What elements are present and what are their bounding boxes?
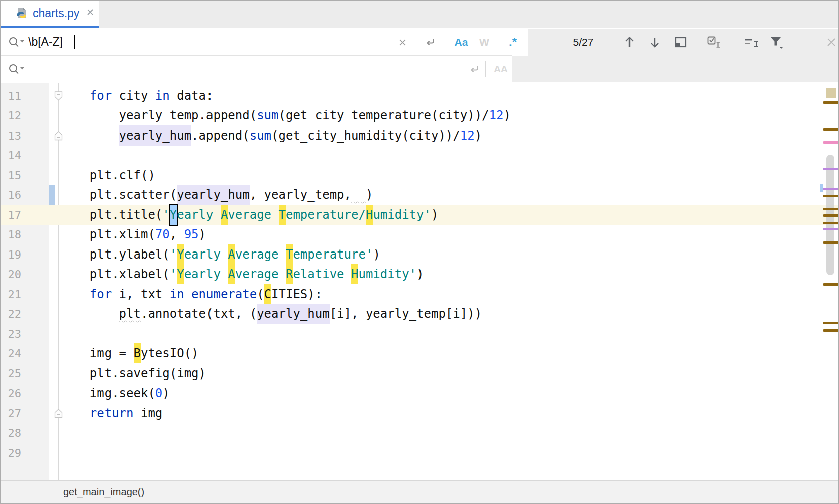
line-number[interactable]: 23 — [1, 324, 21, 344]
tab-label: charts.py — [33, 7, 79, 20]
replace-history-icon[interactable] — [7, 61, 27, 77]
line-number[interactable]: 22 — [1, 304, 21, 324]
search-input[interactable]: \b[A-Z] — [28, 29, 63, 55]
line-number[interactable]: 20 — [1, 265, 21, 285]
stripe-mark[interactable] — [823, 214, 838, 217]
select-all-occurrences-icon[interactable] — [706, 35, 724, 50]
search-options-divider — [444, 34, 444, 50]
code-line: yearly_hum.append(sum(get_city_humidity(… — [61, 126, 482, 146]
stripe-mark[interactable] — [823, 168, 838, 170]
stripe-mark[interactable] — [823, 241, 838, 244]
next-occurrence-icon[interactable] — [648, 35, 662, 49]
search-history-icon[interactable] — [7, 34, 27, 50]
tab-charts-py[interactable]: charts.py — [1, 1, 99, 26]
editor-tab-bar: charts.py — [1, 1, 838, 28]
code-line: plt.xlabel('Yearly Average Relative Humi… — [61, 265, 424, 285]
tabbar-divider — [1, 28, 838, 28]
field-row-divider — [1, 55, 512, 56]
code-line: plt.ylabel('Yearly Average Temperature') — [61, 245, 380, 265]
multiline-search-icon[interactable] — [743, 36, 760, 50]
code-line: for i, txt in enumerate(CITIES): — [61, 285, 322, 305]
code-line: plt.clf() — [61, 166, 155, 186]
stripe-mark[interactable] — [823, 329, 838, 332]
previous-occurrence-icon[interactable] — [622, 35, 637, 49]
stripe-mark[interactable] — [823, 322, 838, 324]
code-line: plt.annotate(txt, (yearly_hum[i], yearly… — [61, 304, 482, 324]
match-count: 5/27 — [553, 29, 613, 55]
stripe-mark[interactable] — [823, 101, 838, 104]
stripe-mark[interactable] — [823, 188, 838, 190]
vcs-change-marker[interactable] — [49, 185, 55, 205]
active-tab-underline — [1, 26, 99, 28]
code-line: yearly_temp.append(sum(get_city_temperat… — [61, 106, 511, 126]
editor-canvas[interactable]: 11 for city in data:12 yearly_temp.appen… — [1, 83, 838, 481]
ide-window: charts.py \b[A-Z] — [0, 0, 839, 504]
words-toggle[interactable]: W — [474, 29, 494, 55]
line-number[interactable]: 19 — [1, 245, 21, 265]
stripe-mark[interactable] — [823, 283, 838, 286]
replace-options-divider — [485, 61, 486, 77]
line-number[interactable]: 16 — [1, 185, 21, 205]
line-number[interactable]: 24 — [1, 344, 21, 364]
code-line: plt.scatter(yearly_hum, yearly_temp, ) — [61, 185, 373, 205]
code-line: plt.savefig(img) — [61, 364, 206, 384]
stripe-mark[interactable] — [823, 208, 838, 210]
search-filter-icon[interactable] — [768, 35, 785, 50]
line-number[interactable]: 12 — [1, 106, 21, 126]
line-number[interactable]: 15 — [1, 166, 21, 186]
stripe-mark[interactable] — [823, 128, 838, 131]
nav-divider — [699, 34, 699, 50]
preserve-case-toggle[interactable]: AA — [490, 61, 511, 77]
line-number[interactable]: 17 — [1, 205, 21, 225]
line-number[interactable]: 21 — [1, 285, 21, 305]
code-line: img.seek(0) — [61, 384, 170, 404]
code-line: plt.xlim(70, 95) — [61, 225, 206, 245]
find-replace-panel: \b[A-Z] Aa W .* 5/27 — [1, 29, 838, 82]
breadcrumb[interactable]: get_main_image() — [63, 481, 144, 503]
gutter-separator — [58, 83, 59, 481]
line-number[interactable]: 29 — [1, 443, 21, 463]
code-line: img = BytesIO() — [61, 344, 199, 364]
text-caret — [74, 35, 75, 49]
python-file-icon — [15, 7, 28, 20]
clear-search-icon[interactable] — [395, 36, 409, 49]
code-line: return img — [61, 404, 162, 424]
line-number[interactable]: 11 — [1, 86, 21, 106]
replace-newline-icon[interactable] — [467, 62, 482, 76]
regex-toggle[interactable]: .* — [503, 29, 523, 55]
match-case-toggle[interactable]: Aa — [451, 29, 471, 55]
line-number[interactable]: 13 — [1, 126, 21, 146]
replace-controls-background — [512, 56, 838, 82]
stripe-mark[interactable] — [823, 195, 838, 197]
line-number[interactable]: 18 — [1, 225, 21, 245]
line-number[interactable]: 26 — [1, 384, 21, 404]
line-number[interactable]: 25 — [1, 364, 21, 384]
tab-close-icon[interactable] — [87, 9, 94, 18]
open-results-in-tool-window-icon[interactable] — [674, 36, 688, 49]
stripe-mark[interactable] — [823, 222, 838, 224]
close-find-bar-icon[interactable] — [824, 35, 838, 49]
findbar-bottom-border — [1, 82, 838, 82]
options-divider — [733, 34, 733, 50]
line-number[interactable]: 28 — [1, 423, 21, 443]
code-line: for city in data: — [61, 86, 213, 106]
line-number[interactable]: 14 — [1, 146, 21, 166]
code-line: plt.title('Yearly Average Temperature/Hu… — [61, 205, 438, 225]
line-number[interactable]: 27 — [1, 404, 21, 424]
stripe-mark[interactable] — [823, 228, 838, 230]
stripe-mark[interactable] — [823, 141, 838, 144]
status-bar: get_main_image() — [1, 480, 838, 503]
insert-newline-icon[interactable] — [423, 35, 438, 49]
code-analysis-indicator[interactable] — [826, 88, 836, 98]
